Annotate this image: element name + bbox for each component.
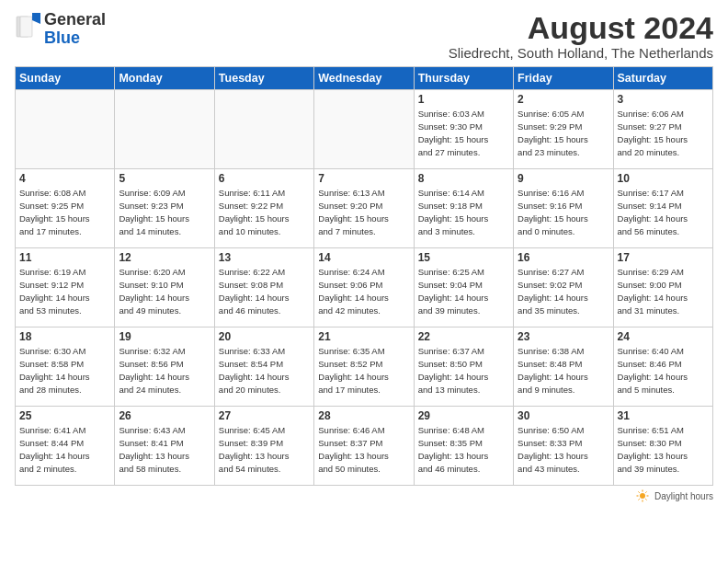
svg-line-11 xyxy=(638,500,639,500)
day-number: 4 xyxy=(19,172,110,185)
table-row: 24Sunrise: 6:40 AMSunset: 8:46 PMDayligh… xyxy=(613,327,712,407)
day-info: Sunrise: 6:16 AMSunset: 9:16 PMDaylight:… xyxy=(518,187,609,237)
table-row: 25Sunrise: 6:41 AMSunset: 8:44 PMDayligh… xyxy=(16,407,115,486)
day-number: 24 xyxy=(618,330,709,343)
day-info: Sunrise: 6:13 AMSunset: 9:20 PMDaylight:… xyxy=(318,187,409,237)
day-number: 7 xyxy=(318,172,409,185)
title-block: August 2024 Sliedrecht, South Holland, T… xyxy=(449,11,713,61)
table-row: 26Sunrise: 6:43 AMSunset: 8:41 PMDayligh… xyxy=(115,407,214,486)
day-number: 3 xyxy=(618,93,709,106)
day-number: 30 xyxy=(518,409,609,422)
table-row: 5Sunrise: 6:09 AMSunset: 9:23 PMDaylight… xyxy=(115,169,214,248)
day-number: 16 xyxy=(518,251,609,264)
footer: Daylight hours xyxy=(15,489,713,502)
logo-icon xyxy=(15,11,44,44)
day-info: Sunrise: 6:20 AMSunset: 9:10 PMDaylight:… xyxy=(119,266,210,316)
day-info: Sunrise: 6:19 AMSunset: 9:12 PMDaylight:… xyxy=(19,266,110,316)
day-info: Sunrise: 6:48 AMSunset: 8:35 PMDaylight:… xyxy=(418,424,509,475)
calendar-header-row: Sunday Monday Tuesday Wednesday Thursday… xyxy=(16,67,713,90)
svg-rect-1 xyxy=(20,17,32,37)
day-info: Sunrise: 6:14 AMSunset: 9:18 PMDaylight:… xyxy=(418,187,509,237)
day-number: 17 xyxy=(618,251,709,264)
calendar-week-3: 11Sunrise: 6:19 AMSunset: 9:12 PMDayligh… xyxy=(16,248,713,327)
col-friday: Friday xyxy=(514,67,613,90)
day-number: 26 xyxy=(119,409,210,422)
table-row: 20Sunrise: 6:33 AMSunset: 8:54 PMDayligh… xyxy=(214,327,313,407)
day-info: Sunrise: 6:37 AMSunset: 8:50 PMDaylight:… xyxy=(418,345,509,396)
table-row: 13Sunrise: 6:22 AMSunset: 9:08 PMDayligh… xyxy=(214,248,313,327)
table-row: 2Sunrise: 6:05 AMSunset: 9:29 PMDaylight… xyxy=(514,90,613,169)
table-row: 27Sunrise: 6:45 AMSunset: 8:39 PMDayligh… xyxy=(214,407,313,486)
sun-icon xyxy=(636,489,649,502)
header: General Blue August 2024 Sliedrecht, Sou… xyxy=(15,11,713,61)
table-row xyxy=(314,90,414,169)
day-info: Sunrise: 6:35 AMSunset: 8:52 PMDaylight:… xyxy=(318,345,409,396)
col-thursday: Thursday xyxy=(414,67,513,90)
day-info: Sunrise: 6:40 AMSunset: 8:46 PMDaylight:… xyxy=(618,345,709,396)
col-monday: Monday xyxy=(115,67,214,90)
svg-line-9 xyxy=(645,500,646,500)
calendar-week-2: 4Sunrise: 6:08 AMSunset: 9:25 PMDaylight… xyxy=(16,169,713,248)
table-row: 6Sunrise: 6:11 AMSunset: 9:22 PMDaylight… xyxy=(214,169,313,248)
day-number: 13 xyxy=(219,251,310,264)
day-number: 9 xyxy=(518,172,609,185)
svg-line-10 xyxy=(645,492,646,493)
table-row: 18Sunrise: 6:30 AMSunset: 8:58 PMDayligh… xyxy=(16,327,115,407)
table-row: 10Sunrise: 6:17 AMSunset: 9:14 PMDayligh… xyxy=(613,169,712,248)
table-row: 28Sunrise: 6:46 AMSunset: 8:37 PMDayligh… xyxy=(314,407,414,486)
table-row: 15Sunrise: 6:25 AMSunset: 9:04 PMDayligh… xyxy=(414,248,513,327)
day-number: 31 xyxy=(618,409,709,422)
daylight-label: Daylight hours xyxy=(654,491,713,501)
svg-line-8 xyxy=(638,492,639,493)
day-info: Sunrise: 6:50 AMSunset: 8:33 PMDaylight:… xyxy=(518,424,609,475)
table-row: 9Sunrise: 6:16 AMSunset: 9:16 PMDaylight… xyxy=(514,169,613,248)
table-row xyxy=(16,90,115,169)
day-number: 29 xyxy=(418,409,509,422)
table-row: 8Sunrise: 6:14 AMSunset: 9:18 PMDaylight… xyxy=(414,169,513,248)
table-row: 23Sunrise: 6:38 AMSunset: 8:48 PMDayligh… xyxy=(514,327,613,407)
month-title: August 2024 xyxy=(449,11,713,45)
day-info: Sunrise: 6:41 AMSunset: 8:44 PMDaylight:… xyxy=(19,424,110,475)
day-number: 2 xyxy=(518,93,609,106)
col-tuesday: Tuesday xyxy=(214,67,313,90)
day-info: Sunrise: 6:45 AMSunset: 8:39 PMDaylight:… xyxy=(219,424,310,475)
day-info: Sunrise: 6:11 AMSunset: 9:22 PMDaylight:… xyxy=(219,187,310,237)
day-info: Sunrise: 6:22 AMSunset: 9:08 PMDaylight:… xyxy=(219,266,310,316)
day-number: 14 xyxy=(318,251,409,264)
table-row: 14Sunrise: 6:24 AMSunset: 9:06 PMDayligh… xyxy=(314,248,414,327)
logo-text: General Blue xyxy=(44,11,106,48)
day-info: Sunrise: 6:51 AMSunset: 8:30 PMDaylight:… xyxy=(618,424,709,475)
page: General Blue August 2024 Sliedrecht, Sou… xyxy=(0,0,728,510)
day-info: Sunrise: 6:46 AMSunset: 8:37 PMDaylight:… xyxy=(318,424,409,475)
day-info: Sunrise: 6:38 AMSunset: 8:48 PMDaylight:… xyxy=(518,345,609,396)
calendar-week-4: 18Sunrise: 6:30 AMSunset: 8:58 PMDayligh… xyxy=(16,327,713,407)
day-number: 21 xyxy=(318,330,409,343)
table-row: 31Sunrise: 6:51 AMSunset: 8:30 PMDayligh… xyxy=(613,407,712,486)
day-number: 8 xyxy=(418,172,509,185)
table-row xyxy=(214,90,313,169)
day-number: 12 xyxy=(119,251,210,264)
day-info: Sunrise: 6:17 AMSunset: 9:14 PMDaylight:… xyxy=(618,187,709,237)
day-number: 10 xyxy=(618,172,709,185)
day-number: 25 xyxy=(19,409,110,422)
footer-legend: Daylight hours xyxy=(636,489,713,502)
table-row: 3Sunrise: 6:06 AMSunset: 9:27 PMDaylight… xyxy=(613,90,712,169)
table-row xyxy=(115,90,214,169)
table-row: 1Sunrise: 6:03 AMSunset: 9:30 PMDaylight… xyxy=(414,90,513,169)
table-row: 12Sunrise: 6:20 AMSunset: 9:10 PMDayligh… xyxy=(115,248,214,327)
col-wednesday: Wednesday xyxy=(314,67,414,90)
day-number: 1 xyxy=(418,93,509,106)
location-subtitle: Sliedrecht, South Holland, The Netherlan… xyxy=(449,45,713,61)
table-row: 11Sunrise: 6:19 AMSunset: 9:12 PMDayligh… xyxy=(16,248,115,327)
day-number: 19 xyxy=(119,330,210,343)
day-info: Sunrise: 6:06 AMSunset: 9:27 PMDaylight:… xyxy=(618,108,709,158)
day-info: Sunrise: 6:27 AMSunset: 9:02 PMDaylight:… xyxy=(518,266,609,316)
day-info: Sunrise: 6:03 AMSunset: 9:30 PMDaylight:… xyxy=(418,108,509,158)
calendar-week-5: 25Sunrise: 6:41 AMSunset: 8:44 PMDayligh… xyxy=(16,407,713,486)
day-info: Sunrise: 6:29 AMSunset: 9:00 PMDaylight:… xyxy=(618,266,709,316)
day-info: Sunrise: 6:09 AMSunset: 9:23 PMDaylight:… xyxy=(119,187,210,237)
day-info: Sunrise: 6:30 AMSunset: 8:58 PMDaylight:… xyxy=(19,345,110,396)
table-row: 4Sunrise: 6:08 AMSunset: 9:25 PMDaylight… xyxy=(16,169,115,248)
calendar-week-1: 1Sunrise: 6:03 AMSunset: 9:30 PMDaylight… xyxy=(16,90,713,169)
day-info: Sunrise: 6:43 AMSunset: 8:41 PMDaylight:… xyxy=(119,424,210,475)
